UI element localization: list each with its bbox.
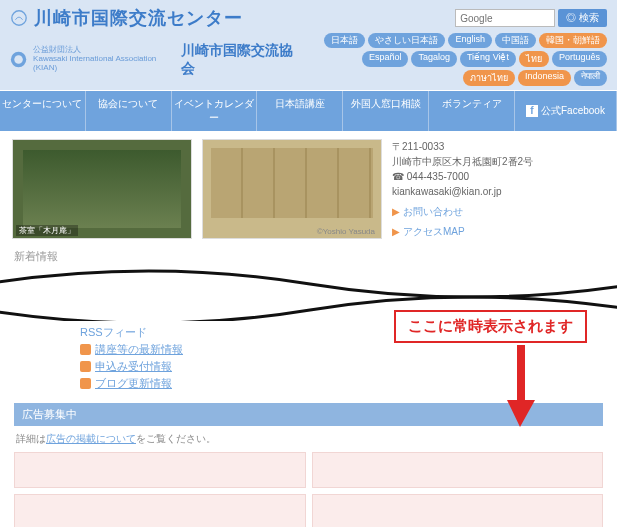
contact-inquiry-link[interactable]: ▶お問い合わせ xyxy=(392,204,533,219)
hero-caption-1: 茶室「木月庵」 xyxy=(16,225,78,236)
search-button[interactable]: ◎ 検索 xyxy=(558,9,607,27)
search-input[interactable] xyxy=(455,9,555,27)
lang-pill[interactable]: English xyxy=(448,33,492,48)
lang-pill[interactable]: やさしい日本語 xyxy=(368,33,445,48)
site-header: 川崎市国際交流センター ◎ 検索 公益財団法人 Kawasaki Interna… xyxy=(0,0,617,90)
contact-addr: 川崎市中原区木月祗園町2番2号 xyxy=(392,154,533,169)
ad-slot-large[interactable] xyxy=(14,494,306,527)
logo-icon xyxy=(10,9,28,27)
assoc-logo-icon xyxy=(10,51,27,69)
lang-pill[interactable]: नेपाली xyxy=(574,70,607,86)
contact-zip: 〒211-0033 xyxy=(392,139,533,154)
lang-pill[interactable]: Tagalog xyxy=(411,51,457,67)
rss-icon xyxy=(80,361,91,372)
assoc-name: 川崎市国際交流協会 xyxy=(181,42,301,78)
rss-link[interactable]: ブログ更新情報 xyxy=(95,376,172,391)
ad-slot-large[interactable] xyxy=(312,452,604,488)
nav-item[interactable]: 日本語講座 xyxy=(257,91,343,131)
ads-info-link[interactable]: 広告の掲載について xyxy=(46,433,136,444)
hero-caption-2: ©Yoshio Yasuda xyxy=(314,227,378,236)
rss-link[interactable]: 講座等の最新情報 xyxy=(95,342,183,357)
nav-item[interactable]: 外国人窓口相談 xyxy=(343,91,429,131)
site-title: 川崎市国際交流センター xyxy=(34,6,243,30)
hero-contact: 〒211-0033 川崎市中原区木月祗園町2番2号 ☎ 044-435-7000… xyxy=(392,139,533,239)
nav-item[interactable]: イベントカレンダー xyxy=(172,91,258,131)
lang-pill[interactable]: Español xyxy=(362,51,409,67)
ad-slot-large[interactable] xyxy=(14,452,306,488)
lang-pill[interactable]: ไทย xyxy=(519,51,549,67)
annotation-arrow-icon xyxy=(507,345,537,430)
lang-pill[interactable]: Tiếng Việt xyxy=(460,51,516,67)
nav-item[interactable]: ボランティア xyxy=(429,91,515,131)
contact-tel: ☎ 044-435-7000 xyxy=(392,169,533,184)
contact-mail: kiankawasaki@kian.or.jp xyxy=(392,184,533,199)
language-pills: 日本語やさしい日本語English中国語韓国・朝鮮語EspañolTagalog… xyxy=(307,33,607,86)
rss-link[interactable]: 申込み受付情報 xyxy=(95,359,172,374)
svg-point-2 xyxy=(14,55,23,64)
lang-pill[interactable]: Português xyxy=(552,51,607,67)
main-nav: センターについて協会についてイベントカレンダー日本語講座外国人窓口相談ボランティ… xyxy=(0,90,617,131)
rss-icon xyxy=(80,344,91,355)
lang-pill[interactable]: 日本語 xyxy=(324,33,365,48)
ad-slot-large[interactable] xyxy=(312,494,604,527)
contact-access-link[interactable]: ▶アクセスMAP xyxy=(392,224,533,239)
arrow-right-icon: ▶ xyxy=(392,204,400,219)
lang-pill[interactable]: 中国語 xyxy=(495,33,536,48)
arrow-right-icon: ▶ xyxy=(392,224,400,239)
assoc-subtitle: 公益財団法人 Kawasaki International Associatio… xyxy=(33,46,175,72)
facebook-icon: f xyxy=(526,105,538,117)
hero-image-garden: 茶室「木月庵」 xyxy=(12,139,192,239)
search-box: ◎ 検索 xyxy=(455,9,607,27)
ads-note: 詳細は広告の掲載についてをご覧ください。 xyxy=(16,432,601,446)
svg-point-0 xyxy=(12,11,26,25)
hero-row: 茶室「木月庵」 ©Yoshio Yasuda 〒211-0033 川崎市中原区木… xyxy=(0,131,617,247)
lang-pill[interactable]: Indonesia xyxy=(518,70,571,86)
hero-image-tatami: ©Yoshio Yasuda xyxy=(202,139,382,239)
nav-item[interactable]: 協会について xyxy=(86,91,172,131)
news-heading: 新着情報 xyxy=(14,249,603,264)
nav-item[interactable]: センターについて xyxy=(0,91,86,131)
lang-pill[interactable]: ภาษาไทย xyxy=(463,70,515,86)
annotation-callout: ここに常時表示されます xyxy=(394,310,587,343)
rss-icon xyxy=(80,378,91,389)
nav-facebook[interactable]: f公式Facebook xyxy=(515,91,617,131)
lang-pill[interactable]: 韓国・朝鮮語 xyxy=(539,33,607,48)
